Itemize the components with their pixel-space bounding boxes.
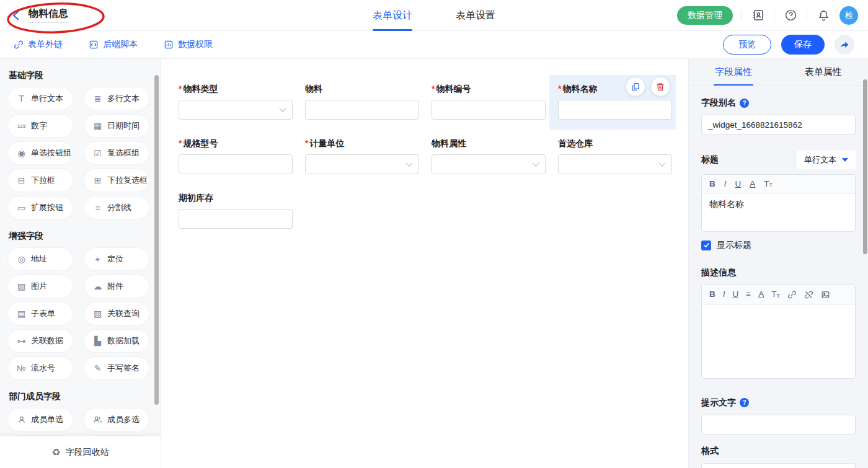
field-item-radio-group[interactable]: ◉单选按钮组 (7, 141, 73, 165)
form-field-material-code[interactable]: *物料编号 (423, 75, 549, 130)
description-editor-content[interactable] (702, 305, 855, 378)
field-item-attachment[interactable]: ☁附件 (84, 275, 149, 298)
user-avatar[interactable]: 检 (839, 6, 858, 25)
show-title-checkbox-row[interactable]: 显示标题 (701, 240, 856, 251)
tab-field-properties[interactable]: 字段属性 (689, 59, 779, 86)
title-editor-content[interactable]: 物料名称 (702, 194, 855, 231)
material-attr-select[interactable] (432, 154, 546, 174)
font-color-icon[interactable]: A (758, 290, 764, 299)
material-input[interactable] (305, 100, 419, 120)
preferred-warehouse-select[interactable] (558, 154, 672, 174)
signature-icon: ✎ (92, 363, 103, 373)
panel-scrollbar[interactable] (863, 79, 867, 254)
field-item-member-single[interactable]: 成员单选 (7, 408, 73, 431)
section-title-basic-fields: 基础字段 (9, 70, 152, 81)
placeholder-label: 提示文字 ? (701, 397, 856, 408)
italic-icon[interactable]: I (724, 180, 727, 188)
field-item-data-load[interactable]: ▙数据加载 (84, 329, 149, 353)
field-item-linked-query[interactable]: ▧关联查询 (84, 302, 149, 325)
bold-icon[interactable]: B (709, 180, 715, 188)
field-item-image[interactable]: ▨图片 (7, 275, 73, 298)
unit-select[interactable] (305, 154, 419, 174)
field-item-multi-select[interactable]: ⊞下拉复选框 (84, 169, 149, 192)
underline-icon[interactable]: U (733, 290, 739, 299)
radio-group-icon: ◉ (16, 148, 27, 158)
form-field-spec-model[interactable]: *规格型号 (170, 130, 296, 184)
notification-bell-icon[interactable] (815, 7, 831, 24)
divider (774, 11, 774, 20)
external-link-button[interactable]: 表单外链 (14, 39, 63, 50)
help-icon[interactable]: ? (740, 398, 749, 407)
share-button[interactable] (835, 35, 854, 55)
copy-field-button[interactable] (626, 77, 645, 96)
preview-button[interactable]: 预览 (723, 35, 771, 55)
help-icon[interactable]: ? (740, 99, 749, 108)
delete-field-button[interactable] (651, 77, 670, 96)
italic-icon[interactable]: I (723, 290, 725, 299)
tab-form-design[interactable]: 表单设计 (373, 0, 412, 31)
field-item-number[interactable]: 123数字 (7, 114, 73, 138)
properties-panel: 字段属性 表单属性 字段别名 ? 标题 单行文本 B I U A (688, 59, 868, 468)
required-mark: * (179, 82, 182, 95)
align-icon[interactable]: ≡ (746, 290, 751, 299)
field-item-checkbox-group[interactable]: ☑复选框组 (84, 141, 149, 165)
field-item-single-line-text[interactable]: T单行文本 (7, 87, 73, 110)
bold-icon[interactable]: B (709, 290, 715, 299)
required-mark: * (305, 137, 308, 149)
save-button[interactable]: 保存 (781, 35, 825, 55)
material-code-input[interactable] (432, 100, 546, 120)
backend-script-button[interactable]: 后端脚本 (89, 39, 138, 50)
form-field-material-type[interactable]: *物料类型 (170, 75, 296, 130)
form-field-preferred-warehouse[interactable]: 首选仓库 (549, 130, 676, 184)
form-field-material-attr[interactable]: 物料属性 (423, 130, 549, 184)
data-permission-button[interactable]: 数据权限 (164, 39, 213, 50)
number-icon: 123 (16, 123, 27, 129)
underline-icon[interactable]: U (735, 180, 742, 188)
font-size-icon[interactable]: TT (771, 290, 780, 299)
page-title: 物料信息 (29, 7, 68, 23)
address-icon: ◎ (16, 254, 27, 264)
field-item-datetime[interactable]: ▦日期时间 (84, 114, 149, 138)
format-select[interactable]: 无 (701, 463, 856, 468)
field-item-divider[interactable]: ≡分割线 (84, 196, 149, 219)
linked-query-icon: ▧ (92, 309, 103, 319)
contacts-icon[interactable] (750, 7, 766, 24)
insert-image-icon[interactable] (821, 290, 830, 299)
material-type-select[interactable] (179, 100, 293, 120)
font-color-icon[interactable]: A (750, 180, 755, 188)
material-name-input[interactable] (558, 100, 672, 120)
initial-stock-input[interactable] (179, 209, 293, 229)
checkbox-checked-icon[interactable] (701, 241, 711, 250)
field-item-serial-number[interactable]: №流水号 (7, 356, 73, 380)
title-type-dropdown[interactable]: 单行文本 (797, 151, 856, 169)
form-field-material-name-selected[interactable]: *物料名称 (549, 75, 676, 130)
tab-form-settings[interactable]: 表单设置 (456, 0, 495, 31)
field-item-location[interactable]: ⌖定位 (84, 247, 149, 271)
data-manage-button[interactable]: 数据管理 (677, 6, 733, 25)
field-item-address[interactable]: ◎地址 (7, 247, 73, 271)
field-alias-input[interactable] (701, 115, 856, 135)
back-button[interactable] (10, 9, 22, 22)
form-design-canvas[interactable]: *物料类型 物料 *物料编号 * (161, 59, 688, 468)
field-item-member-multi[interactable]: 成员多选 (84, 408, 149, 431)
help-icon[interactable] (782, 7, 799, 24)
form-field-initial-stock[interactable]: 期初库存 (170, 184, 296, 239)
form-field-unit[interactable]: *计量单位 (296, 130, 423, 184)
tab-form-properties[interactable]: 表单属性 (779, 59, 868, 86)
sidebar-scrollbar[interactable] (154, 75, 159, 405)
field-item-linked-data[interactable]: ⊶关联数据 (7, 329, 73, 353)
show-title-label: 显示标题 (717, 240, 751, 251)
field-recycle-bin[interactable]: ♻ 字段回收站 (0, 436, 161, 468)
field-item-multi-line-text[interactable]: ≣多行文本 (84, 87, 149, 110)
form-field-material[interactable]: 物料 (296, 75, 423, 130)
field-item-select[interactable]: ⊟下拉框 (7, 169, 73, 192)
spec-model-input[interactable] (179, 154, 293, 174)
field-item-signature[interactable]: ✎手写签名 (84, 356, 149, 380)
insert-link-icon[interactable] (787, 290, 797, 299)
field-library-sidebar: 基础字段 T单行文本 ≣多行文本 123数字 ▦日期时间 ◉单选按钮组 ☑复选框… (0, 59, 161, 468)
placeholder-input[interactable] (701, 415, 856, 435)
field-item-extend-button[interactable]: ▭扩展按钮 (7, 196, 73, 219)
remove-link-icon[interactable] (804, 290, 813, 299)
font-size-icon[interactable]: TT (764, 180, 773, 188)
field-item-subform[interactable]: ▤子表单 (7, 302, 73, 325)
